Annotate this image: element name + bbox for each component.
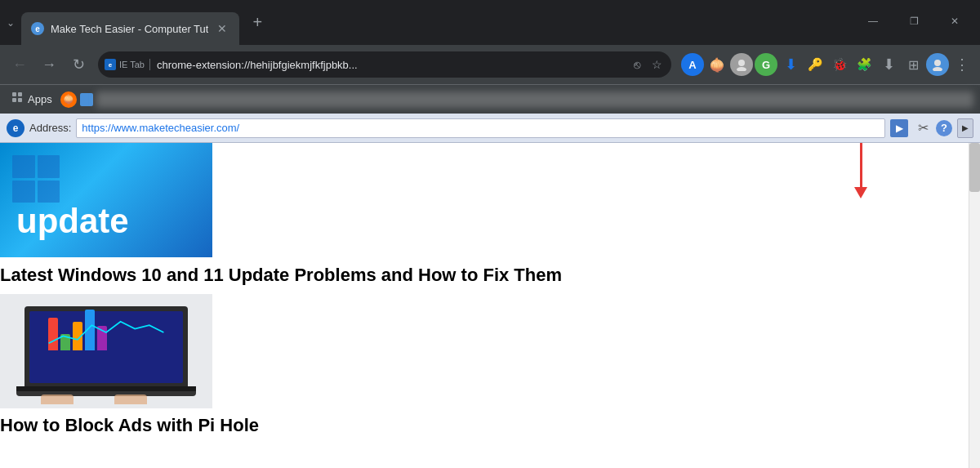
article-2: How to Block Ads with Pi Hole (0, 294, 956, 443)
svg-rect-6 (12, 98, 16, 102)
toolbar-icon-split[interactable]: ⊞ (902, 53, 924, 76)
address-bar[interactable]: e IE Tab chrome-extension://hehijbfgiekm… (98, 51, 671, 78)
apps-label: Apps (28, 93, 52, 105)
active-tab[interactable]: e Make Tech Easier - Computer Tut ✕ (21, 12, 239, 45)
bookmarks-blurred (96, 91, 973, 108)
ietab-scissors-icon[interactable]: ✂ (913, 118, 933, 138)
window-controls: — ❐ ✕ (854, 9, 973, 37)
toolbar-icon-tor[interactable]: 🧅 (706, 53, 728, 76)
minimize-button[interactable]: — (854, 9, 892, 33)
ie-tab-badge: e IE Tab (105, 59, 150, 70)
scrollbar[interactable] (969, 143, 980, 468)
tab-bar: e Make Tech Easier - Computer Tut ✕ + (21, 0, 854, 45)
more-options-button[interactable]: ⋮ (951, 53, 973, 76)
ietab-play-button[interactable]: ▶ (890, 119, 908, 137)
ietab-bar: e Address: ▶ ✂ ? ▶ (0, 114, 980, 143)
article-2-image (0, 294, 212, 408)
article-2-title: How to Block Ads with Pi Hole (0, 408, 956, 443)
bookmarks-bar: Apps 🧅 (0, 84, 980, 114)
line-chart (33, 314, 180, 350)
apps-grid-icon (11, 91, 24, 107)
article-1-image: update (0, 143, 212, 257)
ietab-address-input[interactable] (76, 118, 885, 138)
apps-bookmark[interactable]: Apps (7, 88, 57, 110)
toolbar-icons: A 🧅 G ⬇ 🔑 🐞 🧩 ⬇ ⊞ ⋮ (681, 53, 973, 76)
svg-point-2 (934, 60, 941, 66)
back-button[interactable]: ← (7, 51, 33, 78)
ietab-tools: ✂ ? (913, 118, 952, 138)
tab-title: Make Tech Easier - Computer Tut (51, 23, 208, 35)
ietab-address-label: Address: (29, 122, 71, 134)
annotation-arrow (854, 143, 867, 198)
toolbar-icon-puzzle[interactable]: 🧩 (853, 53, 875, 76)
tor-bookmark[interactable]: 🧅 (60, 91, 77, 108)
svg-point-3 (933, 67, 942, 71)
svg-point-0 (738, 60, 745, 66)
close-button[interactable]: ✕ (936, 9, 973, 33)
tab-favicon: e (31, 22, 44, 35)
tab-scroll-chevron[interactable]: ⌄ (7, 17, 15, 29)
windows-logo (12, 155, 60, 203)
toolbar-icon-profile[interactable] (926, 53, 949, 76)
address-text: chrome-extension://hehijbfgiekmjfkfjpbkb… (157, 59, 624, 71)
svg-rect-5 (18, 92, 22, 96)
toolbar-icon-g[interactable]: G (755, 53, 777, 76)
ietab-side-button[interactable]: ▶ (957, 118, 973, 138)
reload-button[interactable]: ↻ (65, 51, 91, 78)
svg-rect-7 (18, 98, 22, 102)
tab-close-button[interactable]: ✕ (215, 21, 229, 36)
toolbar-icon-a[interactable]: A (681, 53, 704, 76)
toolbar-icon-key[interactable]: 🔑 (804, 53, 826, 76)
content-area: update Latest Windows 10 and 11 Update P… (0, 143, 980, 468)
address-icons: ⎋ ☆ (629, 56, 665, 73)
article-1: update Latest Windows 10 and 11 Update P… (0, 143, 956, 294)
forward-button[interactable]: → (36, 51, 62, 78)
ie-tab-icon: e (105, 59, 116, 70)
svg-rect-4 (12, 92, 16, 96)
arrow-line (860, 143, 862, 188)
toolbar-icon-bug[interactable]: 🐞 (828, 53, 851, 76)
scrollbar-thumb[interactable] (969, 143, 980, 192)
new-tab-button[interactable]: + (246, 11, 269, 34)
toolbar-icon-download2[interactable]: ⬇ (877, 53, 900, 76)
toolbar-icon-download-blue[interactable]: ⬇ (779, 53, 802, 76)
svg-point-1 (737, 67, 746, 71)
article-1-image-text: update (16, 202, 129, 241)
bookmark-icon[interactable]: ☆ (648, 56, 665, 73)
bookmark-favicon-1[interactable] (80, 93, 93, 106)
restore-button[interactable]: ❐ (895, 9, 933, 33)
ietab-help-icon[interactable]: ? (936, 120, 952, 136)
articles-container: update Latest Windows 10 and 11 Update P… (0, 143, 956, 452)
arrow-head (854, 187, 867, 198)
titlebar: ⌄ e Make Tech Easier - Computer Tut ✕ + … (0, 0, 980, 45)
article-1-title: Latest Windows 10 and 11 Update Problems… (0, 257, 956, 294)
pihole-illustration (16, 298, 196, 404)
share-icon[interactable]: ⎋ (629, 56, 645, 73)
ie-tab-label: IE Tab (119, 60, 145, 69)
toolbar-icon-avatar[interactable] (730, 53, 753, 76)
ietab-logo: e (7, 119, 24, 137)
navbar: ← → ↻ e IE Tab chrome-extension://hehijb… (0, 45, 980, 84)
